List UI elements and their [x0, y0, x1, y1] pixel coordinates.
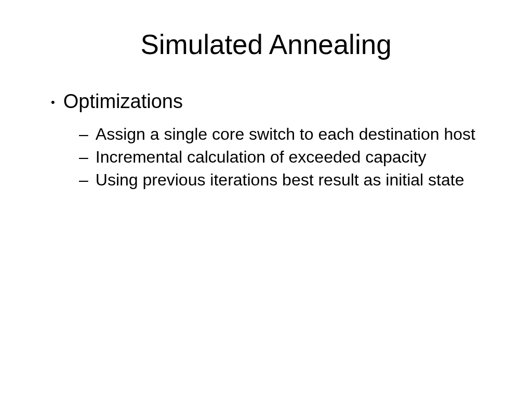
bullet-text-level1: Optimizations [63, 90, 183, 113]
bullet-text-level2: Assign a single core switch to each dest… [96, 124, 475, 144]
bullet-item-level2: – Incremental calculation of exceeded ca… [36, 147, 496, 167]
bullet-marker-level2: – [79, 169, 88, 190]
slide-container: Simulated Annealing • Optimizations – As… [0, 0, 532, 399]
bullet-item-level1: • Optimizations [36, 90, 496, 114]
slide-title: Simulated Annealing [36, 29, 496, 60]
bullet-text-level2: Incremental calculation of exceeded capa… [96, 147, 427, 167]
bullet-marker-level2: – [79, 124, 88, 144]
bullet-text-level2: Using previous iterations best result as… [96, 169, 464, 190]
bullet-item-level2: – Using previous iterations best result … [36, 169, 496, 190]
bullet-marker-level1: • [51, 90, 55, 114]
bullet-item-level2: – Assign a single core switch to each de… [36, 124, 496, 144]
bullet-marker-level2: – [79, 147, 88, 167]
